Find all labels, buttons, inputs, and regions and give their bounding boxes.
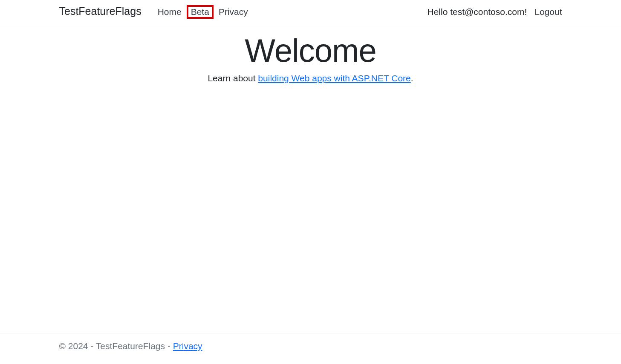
footer-text: © 2024 - TestFeatureFlags - Privacy xyxy=(59,341,202,351)
brand-link[interactable]: TestFeatureFlags xyxy=(59,5,142,17)
footer: © 2024 - TestFeatureFlags - Privacy xyxy=(0,333,621,364)
footer-privacy-link[interactable]: Privacy xyxy=(173,341,202,351)
navbar-left: TestFeatureFlags Home Beta Privacy xyxy=(59,5,251,19)
nav-link-privacy[interactable]: Privacy xyxy=(215,6,251,18)
logout-link[interactable]: Logout xyxy=(534,7,562,17)
main-content: Welcome Learn about building Web apps wi… xyxy=(0,24,621,333)
navbar-right: Hello test@contoso.com! Logout xyxy=(427,7,562,17)
footer-inner: © 2024 - TestFeatureFlags - Privacy xyxy=(59,341,562,351)
lead-text: Learn about building Web apps with ASP.N… xyxy=(208,73,413,83)
page-title: Welcome xyxy=(245,32,376,69)
nav-links: Home Beta Privacy xyxy=(154,5,251,19)
user-greeting: Hello test@contoso.com! xyxy=(427,7,527,17)
nav-link-home[interactable]: Home xyxy=(154,6,185,18)
lead-suffix: . xyxy=(411,73,413,83)
footer-copyright: © 2024 - TestFeatureFlags - xyxy=(59,341,173,351)
nav-link-beta[interactable]: Beta xyxy=(187,5,214,19)
lead-prefix: Learn about xyxy=(208,73,258,83)
lead-link[interactable]: building Web apps with ASP.NET Core xyxy=(258,73,410,83)
navbar-inner: TestFeatureFlags Home Beta Privacy Hello… xyxy=(59,5,562,19)
navbar: TestFeatureFlags Home Beta Privacy Hello… xyxy=(0,0,621,24)
